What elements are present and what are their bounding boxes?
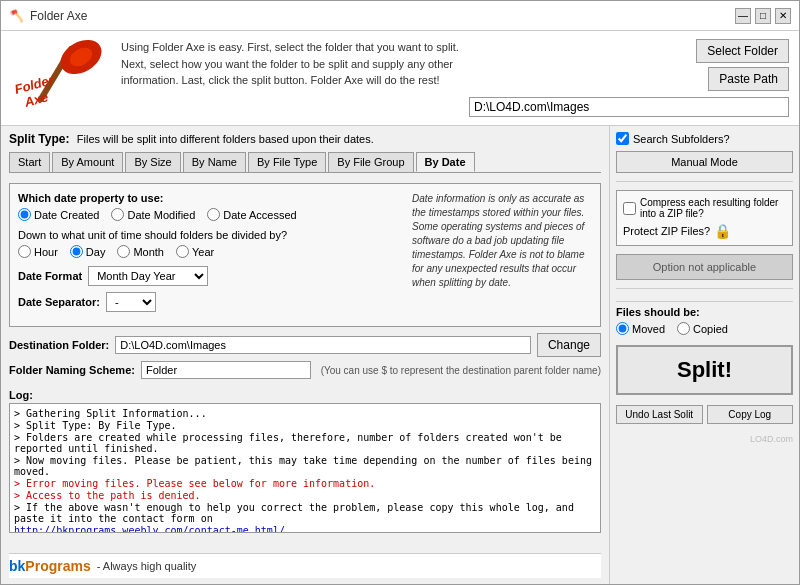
option-not-applicable-text: Option not applicable <box>653 261 756 273</box>
app-icon: 🪓 <box>9 9 24 23</box>
header-instruction: Using Folder Axe is easy. First, select … <box>121 39 459 89</box>
day-option[interactable]: Day <box>70 245 106 258</box>
divider <box>616 181 793 182</box>
log-section: Log: > Gathering Split Information... > … <box>9 389 601 547</box>
compress-label: Compress each resulting folder into a ZI… <box>640 197 786 219</box>
log-line-error: > Error moving files. Please see below f… <box>14 478 596 489</box>
minimize-button[interactable]: — <box>735 8 751 24</box>
log-line: > Now moving files. Please be patient, t… <box>14 455 596 477</box>
tab-by-name[interactable]: By Name <box>183 152 246 172</box>
date-modified-option[interactable]: Date Modified <box>111 208 195 221</box>
moved-copied-row: Moved Copied <box>616 322 793 335</box>
moved-label: Moved <box>632 323 665 335</box>
left-panel: Split Type: Files will be split into dif… <box>1 126 609 584</box>
log-line: > Gathering Split Information... <box>14 408 596 419</box>
log-line: > Split Type: By File Type. <box>14 420 596 431</box>
paste-path-button[interactable]: Paste Path <box>708 67 789 91</box>
copied-label: Copied <box>693 323 728 335</box>
naming-scheme-label: Folder Naming Scheme: <box>9 364 135 376</box>
brand-programs: Programs <box>25 558 90 574</box>
date-format-select[interactable]: Month Day Year Day Month Year Year Month… <box>88 266 208 286</box>
lo4d-watermark: LO4D.com <box>616 434 793 444</box>
protect-zip-label: Protect ZIP Files? <box>623 225 710 237</box>
close-button[interactable]: ✕ <box>775 8 791 24</box>
log-line-link[interactable]: http://bkprograms.weebly.com/contact-me.… <box>14 525 596 533</box>
dest-folder-row: Destination Folder: Change <box>9 333 601 357</box>
date-info-text: Date information is only as accurate as … <box>412 192 592 318</box>
tab-start[interactable]: Start <box>9 152 50 172</box>
titlebar: 🪓 Folder Axe — □ ✕ <box>1 1 799 31</box>
files-should-be-label: Files should be: <box>616 301 793 318</box>
tab-by-date[interactable]: By Date <box>416 152 475 172</box>
tab-by-file-group[interactable]: By File Group <box>328 152 413 172</box>
files-should-be-section: Files should be: Moved Copied <box>616 301 793 335</box>
date-separator-row: Date Separator: - / . <box>18 292 404 312</box>
main-window: 🪓 Folder Axe — □ ✕ Folder Axe <box>0 0 800 585</box>
destination-section: Destination Folder: Change Folder Naming… <box>9 333 601 383</box>
copied-option[interactable]: Copied <box>677 322 728 335</box>
date-created-option[interactable]: Date Created <box>18 208 99 221</box>
naming-hint: (You can use $ to represent the destinat… <box>321 365 601 376</box>
main-area: Split Type: Files will be split into dif… <box>1 126 799 584</box>
app-logo: Folder Axe <box>11 39 111 109</box>
split-type-header: Split Type: Files will be split into dif… <box>9 132 601 146</box>
hour-option[interactable]: Hour <box>18 245 58 258</box>
year-option[interactable]: Year <box>176 245 214 258</box>
titlebar-controls: — □ ✕ <box>735 8 791 24</box>
compress-checkbox[interactable] <box>623 202 636 215</box>
moved-option[interactable]: Moved <box>616 322 665 335</box>
dest-folder-input[interactable] <box>115 336 531 354</box>
option-not-applicable-box: Option not applicable <box>616 254 793 280</box>
right-panel: Search Subfolders? Manual Mode Compress … <box>609 126 799 584</box>
month-option[interactable]: Month <box>117 245 164 258</box>
manual-mode-button[interactable]: Manual Mode <box>616 151 793 173</box>
naming-scheme-row: Folder Naming Scheme: (You can use $ to … <box>9 361 601 379</box>
bottom-buttons: Undo Last Solit Copy Log <box>616 405 793 424</box>
log-line-error: > Access to the path is denied. <box>14 490 596 501</box>
copy-log-button[interactable]: Copy Log <box>707 405 794 424</box>
compress-box: Compress each resulting folder into a ZI… <box>616 190 793 246</box>
log-area[interactable]: > Gathering Split Information... > Split… <box>9 403 601 533</box>
tab-by-file-type[interactable]: By File Type <box>248 152 326 172</box>
date-separator-select[interactable]: - / . <box>106 292 156 312</box>
date-separator-label: Date Separator: <box>18 296 100 308</box>
date-format-row: Date Format Month Day Year Day Month Yea… <box>18 266 404 286</box>
select-folder-button[interactable]: Select Folder <box>696 39 789 63</box>
header-buttons: Select Folder Paste Path <box>469 39 789 117</box>
titlebar-left: 🪓 Folder Axe <box>9 9 87 23</box>
tab-bar: Start By Amount By Size By Name By File … <box>9 152 601 173</box>
date-format-label: Date Format <box>18 270 82 282</box>
path-input[interactable] <box>469 97 789 117</box>
zip-protect-row: Protect ZIP Files? 🔒 <box>623 223 786 239</box>
lock-icon: 🔒 <box>714 223 731 239</box>
search-subfolders-label: Search Subfolders? <box>633 133 730 145</box>
dest-folder-label: Destination Folder: <box>9 339 109 351</box>
app-title: Folder Axe <box>30 9 87 23</box>
split-type-label: Split Type: <box>9 132 69 146</box>
maximize-button[interactable]: □ <box>755 8 771 24</box>
tab-by-amount[interactable]: By Amount <box>52 152 123 172</box>
divide-label: Down to what unit of time should folders… <box>18 229 404 241</box>
log-line: > Folders are created while processing f… <box>14 432 596 454</box>
change-button[interactable]: Change <box>537 333 601 357</box>
date-accessed-option[interactable]: Date Accessed <box>207 208 296 221</box>
date-property-group: Date Created Date Modified Date Accessed <box>18 208 404 221</box>
search-subfolders-row: Search Subfolders? <box>616 132 793 145</box>
brand-tagline: - Always high quality <box>97 560 197 572</box>
search-subfolders-checkbox[interactable] <box>616 132 629 145</box>
undo-last-split-button[interactable]: Undo Last Solit <box>616 405 703 424</box>
header-area: Folder Axe Using Folder Axe is easy. Fir… <box>1 31 799 126</box>
log-label: Log: <box>9 389 601 401</box>
divider2 <box>616 288 793 289</box>
naming-scheme-input[interactable] <box>141 361 311 379</box>
compress-checkbox-row: Compress each resulting folder into a ZI… <box>623 197 786 219</box>
split-button[interactable]: Split! <box>616 345 793 395</box>
time-unit-group: Hour Day Month Year <box>18 245 404 258</box>
date-property-label: Which date property to use: <box>18 192 404 204</box>
tab-by-size[interactable]: By Size <box>125 152 180 172</box>
logo-area: Folder Axe <box>11 39 111 109</box>
by-date-panel: Which date property to use: Date Created… <box>9 183 601 327</box>
branding-bar: bkPrograms - Always high quality <box>9 553 601 578</box>
brand-bk: bk <box>9 558 25 574</box>
log-line: > If the above wasn't enough to help you… <box>14 502 596 524</box>
